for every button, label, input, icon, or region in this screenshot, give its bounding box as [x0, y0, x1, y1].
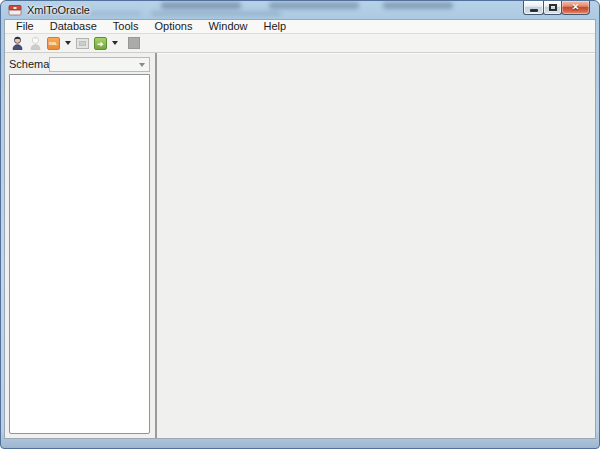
connect-user-icon [12, 36, 23, 50]
sidebar: Schema [5, 53, 152, 438]
schema-row: Schema [9, 56, 150, 72]
app-window: XmlToOracle ✕ File Database Tools Option… [0, 0, 600, 449]
titlebar-glass-reflection [161, 2, 241, 9]
preview-monitor-icon [76, 38, 89, 49]
menu-options[interactable]: Options [147, 20, 201, 33]
menu-help[interactable]: Help [256, 20, 295, 33]
preview-button[interactable] [74, 35, 90, 51]
export-dropdown-button[interactable] [110, 35, 119, 51]
maximize-button[interactable] [543, 1, 562, 15]
menubar: File Database Tools Options Window Help [5, 20, 595, 34]
schema-select[interactable] [49, 57, 150, 72]
export-green-icon [94, 37, 107, 50]
disconnect-user-icon [30, 36, 41, 50]
connect-button[interactable] [9, 35, 25, 51]
minimize-icon [530, 9, 538, 12]
export-arrow-glyph [96, 39, 105, 48]
chevron-down-icon [112, 41, 118, 45]
titlebar-glass-reflection [151, 11, 281, 16]
schema-tree-panel[interactable] [9, 74, 150, 434]
menu-database[interactable]: Database [42, 20, 105, 33]
disconnect-button[interactable] [27, 35, 43, 51]
stop-icon [128, 37, 140, 49]
schema-label: Schema [9, 58, 49, 70]
chevron-down-icon [65, 41, 71, 45]
menu-window[interactable]: Window [200, 20, 255, 33]
menu-tools[interactable]: Tools [105, 20, 147, 33]
xml-file-icon: XML [47, 37, 60, 50]
toolbar: XML [5, 34, 595, 53]
titlebar-glass-reflection [269, 2, 359, 9]
load-xml-dropdown-button[interactable] [63, 35, 72, 51]
content-area: Schema [5, 53, 595, 438]
window-controls: ✕ [524, 1, 590, 15]
minimize-button[interactable] [523, 1, 544, 15]
load-xml-button[interactable]: XML [45, 35, 61, 51]
client-area: File Database Tools Options Window Help [4, 19, 596, 439]
titlebar-glass-reflection [383, 2, 453, 9]
window-title: XmlToOracle [27, 4, 90, 16]
export-button[interactable] [92, 35, 108, 51]
close-button[interactable]: ✕ [561, 1, 590, 15]
titlebar[interactable]: XmlToOracle ✕ [1, 1, 599, 19]
chevron-down-icon [139, 63, 145, 67]
main-workspace [157, 53, 595, 438]
app-icon [8, 4, 22, 16]
close-icon: ✕ [572, 3, 580, 12]
maximize-icon [549, 4, 557, 11]
menu-file[interactable]: File [8, 20, 42, 33]
stop-button[interactable] [126, 35, 142, 51]
